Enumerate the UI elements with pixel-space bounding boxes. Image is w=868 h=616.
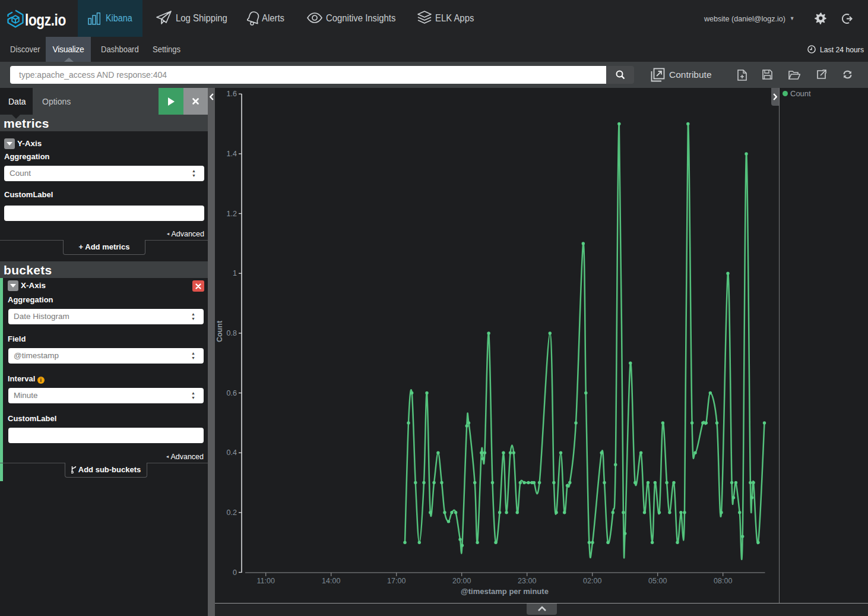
svg-text:14:00: 14:00 [322,577,340,585]
svg-text:0: 0 [233,568,237,577]
svg-text:1.4: 1.4 [227,150,237,158]
svg-text:0.8: 0.8 [227,329,237,337]
svg-text:Count: Count [216,320,224,342]
svg-text:08:00: 08:00 [714,577,732,585]
svg-text:02:00: 02:00 [583,577,601,585]
svg-text:0.6: 0.6 [227,389,237,397]
svg-text:05:00: 05:00 [648,577,667,585]
svg-text:17:00: 17:00 [387,577,406,585]
svg-text:20:00: 20:00 [452,577,471,585]
svg-text:1.6: 1.6 [227,90,237,98]
svg-text:1: 1 [233,269,237,277]
svg-text:1.2: 1.2 [227,210,237,218]
svg-text:0.4: 0.4 [227,448,237,457]
svg-text:11:00: 11:00 [257,577,275,585]
svg-text:@timestamp per minute: @timestamp per minute [461,587,549,596]
svg-text:23:00: 23:00 [518,577,536,585]
svg-text:0.2: 0.2 [227,508,237,517]
